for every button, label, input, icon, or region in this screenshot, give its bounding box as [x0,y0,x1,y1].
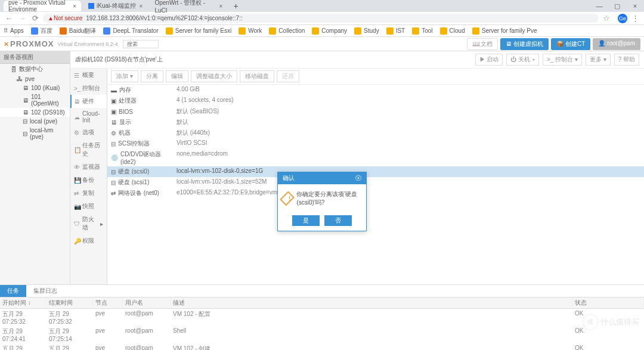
hw-key: ▣ BIOS [111,107,177,116]
tree-item-vm[interactable]: 🖥 100 (iKuai) [0,83,70,92]
tree-item-node[interactable]: 🖧 pve [0,75,70,83]
bookmark-folder[interactable]: Tool [412,27,432,35]
tree-item-storage[interactable]: ⊟ local (pve) [0,117,70,126]
col-user[interactable]: 用户名 [123,298,171,308]
more-button[interactable]: 更多 ▾ [586,54,611,66]
docs-button[interactable]: 📖 文档 [467,38,499,50]
log-row[interactable]: 五月 29 07:23:14五月 29 07:23:14pveroot@pamV… [0,343,644,350]
create-ct-button[interactable]: 📦 创建CT [551,38,590,50]
close-icon[interactable]: ⓧ [355,174,361,182]
bookmark-folder[interactable]: Server for family Esxi [166,27,231,35]
hw-row-disk-selected[interactable]: ⊟ 硬盘 (scsi0)local-lvm:vm-102-disk-0,size… [107,166,644,177]
move-disk-button[interactable]: 移动磁盘 [240,70,274,82]
new-tab-button[interactable]: + [230,1,242,11]
detach-button[interactable]: 分离 [141,70,163,82]
col-node[interactable]: 节点 [93,298,123,308]
maximize-button[interactable]: ▢ [608,2,626,10]
apps-button[interactable]: ⠿ Apps [4,27,24,34]
col-end[interactable]: 结束时间 [47,298,93,308]
col-status[interactable]: 状态 [572,298,644,308]
hw-row-machine[interactable]: ⚙ 机器默认 (i440fx) [107,128,644,138]
shutdown-button[interactable]: ⏻ 关机 ▾ [506,54,539,66]
hw-row-cpu[interactable]: ▣ 处理器4 (1 sockets, 4 cores) [107,95,644,106]
dialog-title-text: 确认 [283,174,295,182]
sidebar-item-options[interactable]: ⚙选项 [70,126,107,139]
bookmark-item[interactable]: Baidu翻译 [60,27,97,35]
tree-label: local (pve) [30,118,57,125]
sidebar-item-backup[interactable]: 💾备份 [70,174,107,187]
hw-row-disk[interactable]: ⊟ 硬盘 (scsi1)local-lvm:vm-102-disk-1,size… [107,177,644,188]
sidebar-item-hardware[interactable]: 🖥硬件 [70,95,107,108]
sidebar-item-firewall[interactable]: 🛡防火墙 ▸ [70,213,107,234]
resize-disk-button[interactable]: 调整磁盘大小 [191,70,237,82]
log-row[interactable]: 五月 29 07:25:32五月 29 07:25:32pveroot@pamV… [0,309,644,326]
tree-item-storage[interactable]: ⊟ local-lvm (pve) [0,126,70,141]
sidebar-item-monitor[interactable]: 👁监视器 [70,160,107,174]
bookmark-folder[interactable]: Study [354,27,379,35]
sidebar-item-cloudinit[interactable]: ☁Cloud-Init [70,108,107,126]
browser-tab[interactable]: iKuai-终端监控× [83,1,147,11]
browser-tab[interactable]: pve - Proxmox Virtual Environme× [4,1,81,11]
bookmark-folder[interactable]: Work [239,27,262,35]
sidebar-item-snapshot[interactable]: 📷快照 [70,200,107,213]
hw-value: 4 (1 sockets, 4 cores) [177,97,640,105]
reload-button[interactable]: ⟳ [30,14,41,23]
sidebar-item-tasks[interactable]: 📋任务历史 [70,139,107,160]
browser-tab[interactable]: OpenWrt - 管理权 - LuCI× [150,1,227,11]
back-button[interactable]: ← [4,14,14,23]
hw-row-memory[interactable]: ▬ 内存4.00 GiB [107,85,644,95]
user-menu-button[interactable]: 👤 root@pam [593,38,640,50]
help-button[interactable]: ? 帮助 [614,54,639,66]
no-button[interactable]: 否 [324,215,352,226]
hw-row-display[interactable]: 🖥 显示默认 [107,117,644,128]
start-button[interactable]: ▶ 启动 [475,54,503,66]
minimize-button[interactable]: — [590,2,608,10]
log-row[interactable]: 五月 29 07:24:41五月 29 07:25:14pveroot@pamS… [0,326,644,343]
close-button[interactable]: × [626,2,644,10]
bookmarks-bar: ⠿ Apps 百度 Baidu翻译 DeepL Translator Serve… [0,25,644,37]
close-icon[interactable]: × [73,3,76,10]
tree-view-selector[interactable]: 服务器视图 [0,51,70,64]
bookmark-item[interactable]: DeepL Translator [103,27,158,35]
sidebar-item-replication[interactable]: ⇄复制 [70,187,107,200]
tab-tasks[interactable]: 任务 [0,285,26,297]
hw-row-network[interactable]: ⇄ 网络设备 (net0)e1000=E6:55:A2:32:7D:E9,bri… [107,188,644,199]
forward-button[interactable]: → [17,14,27,23]
tree-item-vm-selected[interactable]: 🖥 102 (DS918) [0,108,70,117]
col-desc[interactable]: 描述 [171,298,572,308]
bookmark-item[interactable]: 百度 [31,27,52,35]
close-icon[interactable]: × [219,3,223,10]
proxmox-logo[interactable]: ✕PROXMOX [4,39,54,48]
bookmark-folder[interactable]: Server for family Pve [472,27,537,35]
star-icon[interactable]: ☆ [601,14,612,23]
bookmark-folder[interactable]: Collection [269,27,305,35]
search-input[interactable] [123,40,159,48]
create-vm-button[interactable]: 🖥 创建虚拟机 [500,38,549,50]
sidebar-item-console[interactable]: >_控制台 [70,82,107,95]
dialog-titlebar[interactable]: 确认 ⓧ [278,172,366,184]
hw-key: ▣ 处理器 [111,97,177,105]
sidebar-item-summary[interactable]: ☰概要 [70,69,107,82]
tree-item-vm[interactable]: 🖥 101 (OpenWrt) [0,92,70,108]
sidebar-item-permissions[interactable]: 🔑权限 [70,234,107,247]
edit-button[interactable]: 编辑 [166,70,188,82]
add-button[interactable]: 添加 ▾ [111,70,138,82]
bookmark-folder[interactable]: Company [312,27,347,35]
bookmark-folder[interactable]: IST [386,27,405,35]
tree-item-datacenter[interactable]: 🗄 数据中心 [0,64,70,75]
profile-avatar[interactable]: Ge [618,14,627,23]
tab-cluster-log[interactable]: 集群日志 [26,285,64,297]
tree-label: 数据中心 [19,65,43,73]
menu-icon[interactable]: ⋮ [630,14,640,23]
hw-row-cdrom[interactable]: 💿 CD/DVD驱动器 (ide2)none,media=cdrom [107,149,644,166]
yes-button[interactable]: 是 [292,215,320,226]
bookmark-folder[interactable]: Cloud [440,27,465,35]
hw-row-bios[interactable]: ▣ BIOS默认 (SeaBIOS) [107,106,644,117]
sidebar-item-label: Cloud-Init [82,110,103,123]
close-icon[interactable]: × [140,3,143,10]
btn-label: 文档 [481,41,493,47]
hw-row-scsi-controller[interactable]: ⊟ SCSI控制器VirtIO SCSI [107,138,644,149]
col-start[interactable]: 开始时间 ↓ [0,298,47,308]
console-button[interactable]: >_ 控制台 ▾ [543,54,582,66]
address-bar[interactable]: ▲ Not secure 192.168.123.2:8006/#v1:0:=q… [43,14,599,23]
